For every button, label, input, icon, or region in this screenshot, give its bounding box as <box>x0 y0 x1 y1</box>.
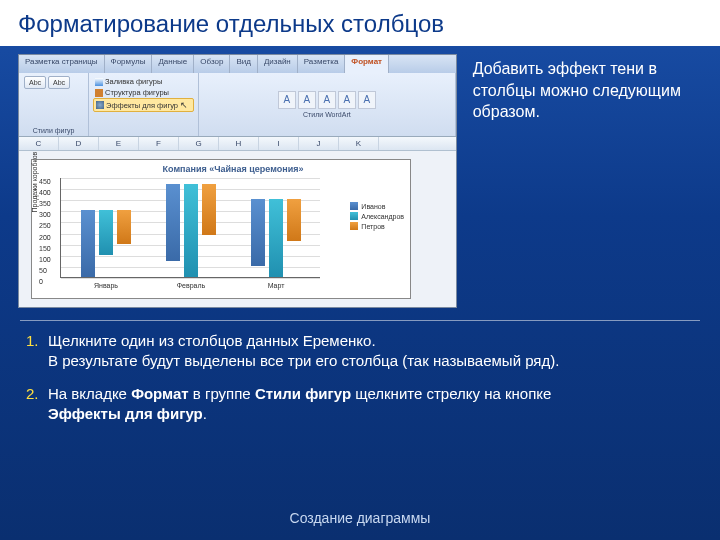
wordart-preset[interactable]: A <box>338 91 356 109</box>
col-header[interactable]: E <box>99 137 139 150</box>
col-header[interactable]: K <box>339 137 379 150</box>
description-content: Добавить эффект тени в столбцы можно сле… <box>473 60 681 120</box>
wordart-preset[interactable]: A <box>278 91 296 109</box>
tab-formulas[interactable]: Формулы <box>105 55 153 73</box>
shape-outline-label: Структура фигуры <box>105 88 169 97</box>
chart-bar[interactable] <box>81 210 95 277</box>
wordart-preset[interactable]: A <box>358 91 376 109</box>
step-text: На вкладке <box>48 385 131 402</box>
col-header[interactable]: C <box>19 137 59 150</box>
chart-bar[interactable] <box>166 184 180 262</box>
shape-style-preset-1[interactable]: Abc <box>24 76 46 89</box>
footer-text: Создание диаграммы <box>290 510 431 526</box>
chart-ylabel: Продажи коробков <box>31 152 38 213</box>
col-header[interactable]: I <box>259 137 299 150</box>
col-header[interactable]: G <box>179 137 219 150</box>
excel-screenshot: Разметка страницы Формулы Данные Обзор В… <box>18 54 457 308</box>
shape-style-preset-2[interactable]: Abc <box>48 76 70 89</box>
wordart-preset[interactable]: A <box>318 91 336 109</box>
shape-fill-menu[interactable]: Заливка фигуры <box>93 76 194 87</box>
step-text: в группе <box>189 385 255 402</box>
legend-label: Иванов <box>361 203 385 210</box>
cursor-icon: ↖ <box>180 100 188 110</box>
instruction-step-2: 2. На вкладке Формат в группе Стили фигу… <box>26 384 694 425</box>
step-text: щелкните стрелку на кнопке <box>351 385 551 402</box>
wordart-group-label: Стили WordArt <box>303 111 351 118</box>
chart-title: Компания «Чайная церемония» <box>60 164 406 174</box>
embedded-chart[interactable]: Компания «Чайная церемония» Продажи коро… <box>31 159 411 299</box>
description-text: Добавить эффект тени в столбцы можно сле… <box>473 54 702 308</box>
tab-review[interactable]: Обзор <box>194 55 230 73</box>
shape-outline-menu[interactable]: Структура фигуры <box>93 87 194 98</box>
step-number: 2. <box>26 384 39 404</box>
col-header[interactable]: F <box>139 137 179 150</box>
chart-legend: Иванов Александров Петров <box>350 200 404 232</box>
tab-format[interactable]: Формат <box>345 55 389 73</box>
step-text: Щелкните один из столбцов данных Еременк… <box>48 332 376 349</box>
legend-swatch-icon <box>350 212 358 220</box>
legend-label: Александров <box>361 213 404 220</box>
spreadsheet-column-headers: C D E F G H I J K <box>19 137 456 151</box>
chart-plot-area: 050100150200250300350400450ЯнварьФевраль… <box>60 178 320 278</box>
chart-bar[interactable] <box>269 199 283 277</box>
chart-bar[interactable] <box>251 199 265 266</box>
shape-effects-menu[interactable]: Эффекты для фигур ↖ <box>93 98 194 112</box>
shape-styles-group-label: Стили фигур <box>23 127 84 134</box>
step-number: 1. <box>26 331 39 351</box>
step-bold: Эффекты для фигур <box>48 405 203 422</box>
effects-icon <box>96 101 104 109</box>
slide-footer: Создание диаграммы <box>0 510 720 526</box>
bucket-icon <box>95 78 103 86</box>
slide-title-text: Форматирование отдельных столбцов <box>18 10 444 37</box>
tab-layout[interactable]: Разметка <box>298 55 346 73</box>
instruction-list: 1. Щелкните один из столбцов данных Ерем… <box>0 321 720 424</box>
col-header[interactable]: D <box>59 137 99 150</box>
chart-bar[interactable] <box>117 210 131 243</box>
step-bold: Стили фигур <box>255 385 351 402</box>
chart-bar[interactable] <box>184 184 198 277</box>
chart-bar[interactable] <box>99 210 113 254</box>
shape-effects-label: Эффекты для фигур <box>106 101 178 110</box>
tab-view[interactable]: Вид <box>230 55 257 73</box>
step-text: В результате будут выделены все три его … <box>48 352 559 369</box>
tab-page-layout[interactable]: Разметка страницы <box>19 55 105 73</box>
slide-title: Форматирование отдельных столбцов <box>0 0 720 46</box>
pencil-icon <box>95 89 103 97</box>
tab-design[interactable]: Дизайн <box>258 55 298 73</box>
shape-fill-label: Заливка фигуры <box>105 77 162 86</box>
legend-label: Петров <box>361 223 384 230</box>
ribbon-tabs: Разметка страницы Формулы Данные Обзор В… <box>19 55 456 73</box>
chart-bar[interactable] <box>287 199 301 241</box>
wordart-preset[interactable]: A <box>298 91 316 109</box>
instruction-step-1: 1. Щелкните один из столбцов данных Ерем… <box>26 331 694 372</box>
step-bold: Формат <box>131 385 189 402</box>
legend-swatch-icon <box>350 222 358 230</box>
ribbon-body: Abc Abc Стили фигур Заливка фигуры Струк… <box>19 73 456 137</box>
step-text: . <box>203 405 207 422</box>
chart-bar[interactable] <box>202 184 216 235</box>
col-header[interactable]: H <box>219 137 259 150</box>
legend-swatch-icon <box>350 202 358 210</box>
tab-data[interactable]: Данные <box>152 55 194 73</box>
col-header[interactable]: J <box>299 137 339 150</box>
